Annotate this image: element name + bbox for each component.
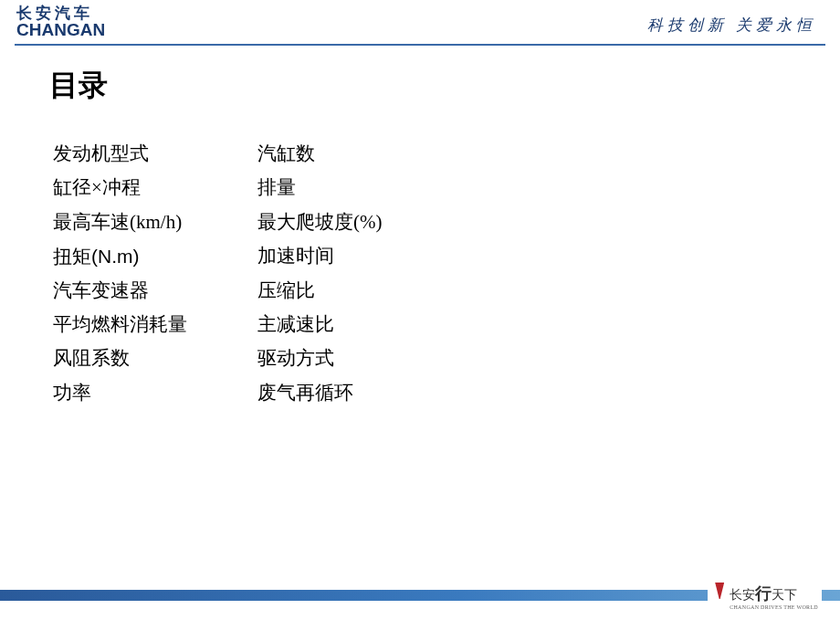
footer-badge-wrap: 长安行天下 CHANGAN DRIVES THE WORLD (0, 581, 840, 610)
toc-item: 汽缸数 (257, 137, 382, 171)
toc-item: 平均燃料消耗量 (53, 308, 257, 341)
toc-item: 缸径×冲程 (53, 171, 257, 205)
toc-item: 主减速比 (257, 308, 382, 341)
footer-cn-prefix: 长安 (730, 588, 755, 602)
slide-header: 长安汽车 CHANGAN 科技创新 关爱永恒 (0, 0, 840, 42)
toc-item: 加速时间 (257, 239, 382, 273)
toc-item: 废气再循环 (257, 376, 382, 410)
footer-en: CHANGAN DRIVES THE WORLD (730, 604, 818, 610)
slide-footer: 长安行天下 CHANGAN DRIVES THE WORLD (0, 590, 840, 610)
toc-col-left: 发动机型式 缸径×冲程 最高车速(km/h) 扭矩(N.m) 汽车变速器 平均燃… (53, 137, 257, 410)
toc-item: 汽车变速器 (53, 274, 257, 308)
footer-cn-script: 行 (755, 584, 772, 603)
changan-shield-icon (715, 583, 724, 599)
toc-item: 排量 (257, 171, 382, 205)
footer-badge: 长安行天下 CHANGAN DRIVES THE WORLD (708, 581, 822, 610)
toc-item: 压缩比 (257, 274, 382, 308)
toc-item: 发动机型式 (53, 137, 257, 171)
logo: 长安汽车 CHANGAN (16, 5, 105, 38)
toc-content: 发动机型式 缸径×冲程 最高车速(km/h) 扭矩(N.m) 汽车变速器 平均燃… (53, 137, 840, 410)
toc-item: 最高车速(km/h) (53, 205, 257, 239)
toc-item: 风阻系数 (53, 341, 257, 375)
toc-item: 最大爬坡度(%) (257, 205, 382, 239)
toc-item: 扭矩(N.m) (53, 239, 257, 273)
toc-item: 驱动方式 (257, 341, 382, 375)
logo-cn: 长安汽车 (16, 5, 105, 21)
page-title: 目录 (49, 66, 840, 106)
header-slogan: 科技创新 关爱永恒 (647, 15, 816, 36)
toc-col-right: 汽缸数 排量 最大爬坡度(%) 加速时间 压缩比 主减速比 驱动方式 废气再循环 (257, 137, 382, 410)
footer-cn: 长安行天下 (730, 583, 818, 604)
logo-en: CHANGAN (16, 21, 105, 38)
toc-item: 功率 (53, 376, 257, 410)
footer-text: 长安行天下 CHANGAN DRIVES THE WORLD (730, 583, 818, 610)
header-divider (15, 44, 825, 46)
footer-cn-suffix: 天下 (772, 588, 797, 602)
